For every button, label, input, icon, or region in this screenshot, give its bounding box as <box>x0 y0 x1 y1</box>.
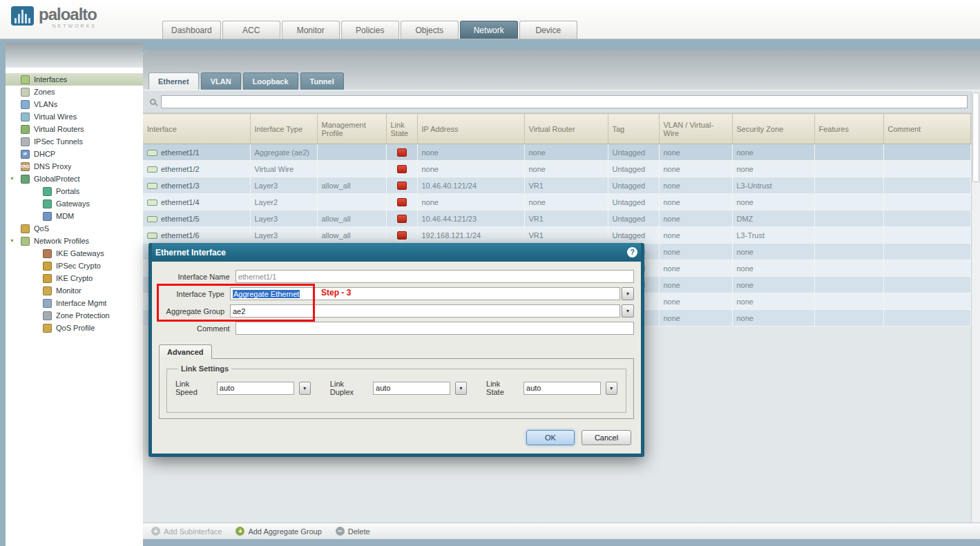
sidebar-item-interface-mgmt[interactable]: Interface Mgmt <box>6 297 143 309</box>
nav-tab-objects[interactable]: Objects <box>401 21 459 39</box>
interface-icon <box>147 216 157 222</box>
column-header-vlan-virtual-wire[interactable]: VLAN / Virtual-Wire <box>659 114 732 144</box>
management-profile-cell <box>317 194 386 211</box>
interface-link[interactable]: ethernet1/6 <box>161 231 200 240</box>
sidebar-item-qos[interactable]: QoS <box>6 222 143 235</box>
delete-button[interactable]: −Delete <box>336 527 370 536</box>
help-icon[interactable]: ? <box>627 247 637 257</box>
sidebar-item-interfaces[interactable]: Interfaces <box>6 73 143 86</box>
aggregate-group-select[interactable]: ae2 <box>230 304 620 318</box>
cancel-button[interactable]: Cancel <box>582 430 631 445</box>
interface-mgmt-icon <box>43 299 52 308</box>
link-state-select[interactable]: auto <box>523 382 601 395</box>
sidebar-item-gateways[interactable]: Gateways <box>6 197 143 210</box>
column-header-management-profile[interactable]: Management Profile <box>317 114 386 144</box>
interface-link[interactable]: ethernet1/4 <box>161 198 200 206</box>
tab-advanced[interactable]: Advanced <box>159 344 212 359</box>
column-header-comment[interactable]: Comment <box>883 114 970 144</box>
sidebar-item-dhcp[interactable]: IPDHCP <box>6 148 143 160</box>
sidebar-item-label: Zones <box>34 88 55 96</box>
sidebar-item-portals[interactable]: Portals <box>6 185 143 197</box>
comment-cell <box>883 260 970 277</box>
interface-type-cell: Aggregate (ae2) <box>250 144 317 161</box>
ok-button[interactable]: OK <box>526 430 575 445</box>
nav-tab-policies[interactable]: Policies <box>341 21 399 39</box>
column-header-virtual-router[interactable]: Virtual Router <box>524 114 608 144</box>
vlan-virtual-wire-cell: none <box>659 177 732 194</box>
chevron-down-icon[interactable]: ▼ <box>299 382 311 395</box>
dialog-title-bar[interactable]: Ethernet Interface ? <box>152 243 641 262</box>
tab-tunnel[interactable]: Tunnel <box>300 72 344 90</box>
table-row[interactable]: ethernet1/3Layer3allow_all10.46.40.121/2… <box>143 177 970 194</box>
tab-ethernet[interactable]: Ethernet <box>148 72 199 90</box>
sidebar-item-ike-gateways[interactable]: IKE Gateways <box>6 247 143 260</box>
tab-vlan[interactable]: VLAN <box>201 72 241 90</box>
security-zone-cell: none <box>732 161 814 177</box>
sidebar-item-network-profiles[interactable]: ▼Network Profiles <box>6 235 143 247</box>
sidebar-item-qos-profile[interactable]: QoS Profile <box>6 322 143 334</box>
link-state-cell <box>386 227 417 244</box>
column-header-tag[interactable]: Tag <box>608 114 659 144</box>
interface-type-select[interactable]: Aggregate Ethernet <box>230 287 620 300</box>
comment-cell <box>883 293 970 310</box>
column-header-features[interactable]: Features <box>814 114 883 144</box>
sidebar-item-virtual-wires[interactable]: Virtual Wires <box>6 110 143 123</box>
link-speed-select[interactable]: auto <box>217 382 294 395</box>
interface-link[interactable]: ethernet1/5 <box>161 215 200 223</box>
link-duplex-select[interactable]: auto <box>373 382 450 395</box>
table-row[interactable]: ethernet1/2Virtual WirenonenoneUntaggedn… <box>143 161 970 177</box>
interface-link[interactable]: ethernet1/2 <box>161 165 200 173</box>
expand-arrow-icon[interactable]: ▼ <box>10 238 15 243</box>
sidebar-item-globalprotect[interactable]: ▼GlobalProtect <box>6 173 143 185</box>
sidebar-item-vlans[interactable]: VLANs <box>6 98 143 110</box>
link-state-label: Link State <box>486 380 519 396</box>
chevron-down-icon[interactable]: ▼ <box>606 382 617 395</box>
features-cell <box>814 177 883 194</box>
table-row[interactable]: ethernet1/6Layer3allow_all192.168.121.1/… <box>143 227 970 244</box>
table-footer-bar: +Add Subinterface+Add Aggregate Group−De… <box>143 523 980 539</box>
sidebar-item-mdm[interactable]: MDM <box>6 210 143 222</box>
sidebar-item-ipsec-tunnels[interactable]: IPSec Tunnels <box>6 135 143 148</box>
sidebar-item-monitor[interactable]: Monitor <box>6 284 143 297</box>
nav-tab-dashboard[interactable]: Dashboard <box>162 21 221 39</box>
table-row[interactable]: ethernet1/4Layer2nonenoneUntaggednonenon… <box>143 194 970 211</box>
virtual-router-cell: none <box>524 144 608 161</box>
nav-tab-device[interactable]: Device <box>519 21 577 39</box>
sidebar-item-zone-protection[interactable]: Zone Protection <box>6 309 143 322</box>
column-header-ip-address[interactable]: IP Address <box>417 114 524 144</box>
nav-tab-monitor[interactable]: Monitor <box>282 21 340 39</box>
nav-tab-acc[interactable]: ACC <box>222 21 280 39</box>
comment-field[interactable] <box>236 322 634 335</box>
sidebar-item-dns-proxy[interactable]: DNSDNS Proxy <box>6 160 143 173</box>
sidebar-item-ike-crypto[interactable]: IKE Crypto <box>6 272 143 284</box>
ethernet-interface-dialog: Ethernet Interface ? Interface Name Inte… <box>148 243 644 457</box>
column-header-interface[interactable]: Interface <box>143 114 250 144</box>
column-header-interface-type[interactable]: Interface Type <box>250 114 317 144</box>
features-cell <box>814 310 883 326</box>
column-header-security-zone[interactable]: Security Zone <box>732 114 814 144</box>
ike-gateways-icon <box>43 249 52 258</box>
scrollbar-thumb[interactable] <box>972 92 979 182</box>
interface-link[interactable]: ethernet1/3 <box>161 182 200 190</box>
footer-button-label: Add Subinterface <box>164 527 222 536</box>
vlan-virtual-wire-cell: none <box>659 161 732 177</box>
vertical-scrollbar[interactable] <box>971 91 980 523</box>
chevron-down-icon[interactable]: ▼ <box>622 287 634 300</box>
chevron-down-icon[interactable]: ▼ <box>622 304 634 318</box>
expand-arrow-icon[interactable]: ▼ <box>10 176 15 181</box>
column-header-link-state[interactable]: Link State <box>386 114 417 144</box>
monitor-icon <box>43 286 52 295</box>
paloalto-logo: paloalto NETWORKS <box>11 6 97 28</box>
tab-loopback[interactable]: Loopback <box>243 72 298 90</box>
chevron-down-icon[interactable]: ▼ <box>455 382 467 395</box>
search-input[interactable] <box>161 95 968 108</box>
nav-tab-network[interactable]: Network <box>460 21 518 39</box>
sidebar-item-ipsec-crypto[interactable]: IPSec Crypto <box>6 260 143 272</box>
add-aggregate-group-button[interactable]: +Add Aggregate Group <box>236 527 321 536</box>
table-row[interactable]: ethernet1/1Aggregate (ae2)nonenoneUntagg… <box>143 144 970 161</box>
table-row[interactable]: ethernet1/5Layer3allow_all10.46.44.121/2… <box>143 211 970 227</box>
brand-name: paloalto <box>39 5 97 23</box>
interface-link[interactable]: ethernet1/1 <box>161 148 200 157</box>
sidebar-item-zones[interactable]: Zones <box>6 86 143 98</box>
sidebar-item-virtual-routers[interactable]: Virtual Routers <box>6 123 143 135</box>
